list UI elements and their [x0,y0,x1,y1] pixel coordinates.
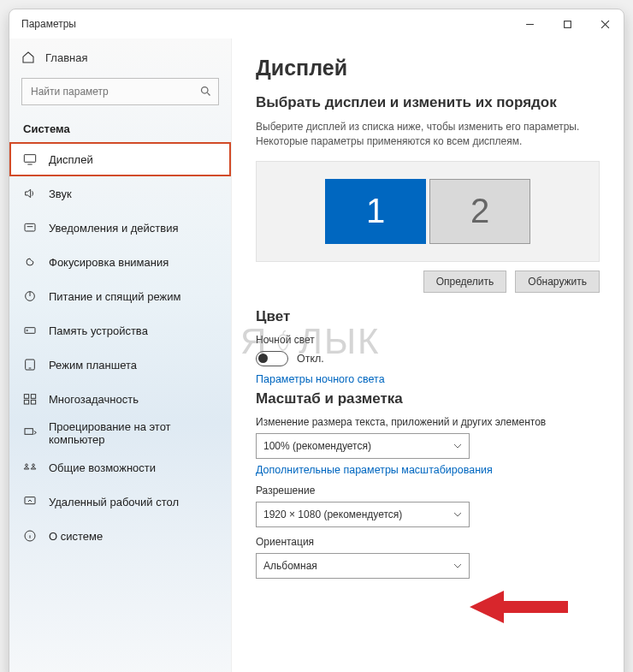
svg-rect-1 [564,21,571,27]
sidebar-item-display[interactable]: Дисплей [9,142,231,176]
minimize-button[interactable] [511,10,548,38]
svg-rect-16 [24,395,28,399]
nightlight-settings-link[interactable]: Параметры ночного света [256,373,600,385]
sidebar-item-label: Питание и спящий режим [49,290,180,303]
resolution-value: 1920 × 1080 (рекомендуется) [263,508,402,520]
search-icon [199,85,212,98]
projecting-icon [23,426,37,440]
focus-assist-icon [23,255,37,269]
sidebar-item-label: Проецирование на этот компьютер [49,420,217,446]
sidebar-item-multitasking[interactable]: Многозадачность [9,382,231,416]
color-heading: Цвет [256,308,600,325]
svg-point-21 [26,464,28,467]
sidebar-item-tablet-mode[interactable]: Режим планшета [9,348,231,382]
monitor-preview[interactable]: 1 2 [256,161,600,262]
home-icon [21,51,35,64]
maximize-button[interactable] [548,10,586,38]
advanced-scale-link[interactable]: Дополнительные параметры масштабирования [256,464,600,476]
svg-rect-8 [25,223,35,231]
arrange-description: Выберите дисплей из списка ниже, чтобы и… [256,120,600,149]
svg-rect-6 [24,155,35,163]
toggle-knob [258,354,268,363]
sidebar-item-storage[interactable]: Память устройства [9,313,231,348]
about-icon [23,529,37,543]
monitor-1[interactable]: 1 [325,179,426,244]
detect-button[interactable]: Обнаружить [515,271,600,293]
chevron-down-icon [453,510,462,519]
remote-desktop-icon [23,495,37,508]
sidebar-item-label: Память устройства [49,324,148,337]
arrange-heading: Выбрать дисплеи и изменить их порядок [256,94,600,111]
sidebar-item-projecting[interactable]: Проецирование на этот компьютер [9,416,231,450]
resolution-select[interactable]: 1920 × 1080 (рекомендуется) [256,502,470,527]
scale-select[interactable]: 100% (рекомендуется) [256,433,470,459]
home-label: Главная [45,51,87,64]
sidebar-item-shared-experiences[interactable]: Общие возможности [9,450,231,485]
settings-window: Параметры Главная Система Дисплей [9,9,624,672]
shared-experiences-icon [23,461,37,474]
nightlight-row: Откл. [256,351,600,366]
nightlight-toggle[interactable] [256,351,288,366]
svg-line-5 [207,92,210,95]
sidebar-item-label: Уведомления и действия [49,222,179,235]
multitasking-icon [23,392,37,406]
tablet-icon [23,358,37,372]
scale-value: 100% (рекомендуется) [263,440,371,452]
sidebar-item-label: Звук [49,187,72,200]
svg-rect-20 [25,429,33,435]
search-box [21,78,219,105]
notifications-icon [23,221,37,235]
annotation-arrow [470,586,572,628]
identify-button[interactable]: Определить [423,271,507,293]
sidebar-item-about[interactable]: О системе [9,519,231,553]
sidebar-item-remote-desktop[interactable]: Удаленный рабочий стол [9,485,231,519]
sidebar-item-focus-assist[interactable]: Фокусировка внимания [9,245,231,279]
category-label: Система [9,114,231,142]
storage-icon [23,324,37,337]
sidebar-item-sound[interactable]: Звук [9,176,231,211]
svg-rect-17 [31,395,35,399]
svg-point-22 [33,464,35,467]
orientation-label: Ориентация [256,536,600,548]
sidebar-item-label: Режим планшета [49,359,137,372]
main-panel: ЯЛЫК Дисплей Выбрать дисплеи и изменить … [232,39,624,672]
nightlight-label: Ночной свет [256,334,600,346]
chevron-down-icon [453,442,462,450]
window-controls [511,10,624,38]
orientation-value: Альбомная [263,560,317,572]
sidebar-item-label: Удаленный рабочий стол [49,496,179,508]
sidebar-item-power[interactable]: Питание и спящий режим [9,279,231,313]
titlebar: Параметры [9,9,624,39]
scale-heading: Масштаб и разметка [256,390,600,407]
sidebar-item-label: О системе [49,530,103,543]
scale-label: Изменение размера текста, приложений и д… [256,416,600,428]
display-icon [23,152,37,166]
sidebar-item-notifications[interactable]: Уведомления и действия [9,211,231,245]
monitor-buttons: Определить Обнаружить [256,271,600,293]
svg-rect-19 [31,400,35,404]
svg-marker-28 [470,591,504,623]
window-title: Параметры [21,18,76,30]
svg-rect-18 [24,400,28,404]
nightlight-state: Откл. [297,353,324,365]
content-area: Главная Система Дисплей Звук Уведомления… [9,39,624,672]
home-button[interactable]: Главная [9,39,231,76]
search-input[interactable] [21,78,219,105]
svg-point-4 [202,87,209,94]
page-title: Дисплей [256,56,600,80]
sidebar-item-label: Многозадачность [49,393,139,406]
svg-point-13 [27,330,27,330]
sidebar-item-label: Дисплей [49,153,93,166]
sidebar: Главная Система Дисплей Звук Уведомления… [9,39,232,672]
sound-icon [23,187,37,200]
resolution-label: Разрешение [256,485,600,497]
sidebar-item-label: Фокусировка внимания [49,256,169,269]
monitor-2[interactable]: 2 [429,179,530,244]
power-icon [23,289,37,303]
orientation-select[interactable]: Альбомная [256,553,470,579]
chevron-down-icon [453,562,462,570]
close-button[interactable] [586,10,624,38]
sidebar-item-label: Общие возможности [49,461,156,474]
